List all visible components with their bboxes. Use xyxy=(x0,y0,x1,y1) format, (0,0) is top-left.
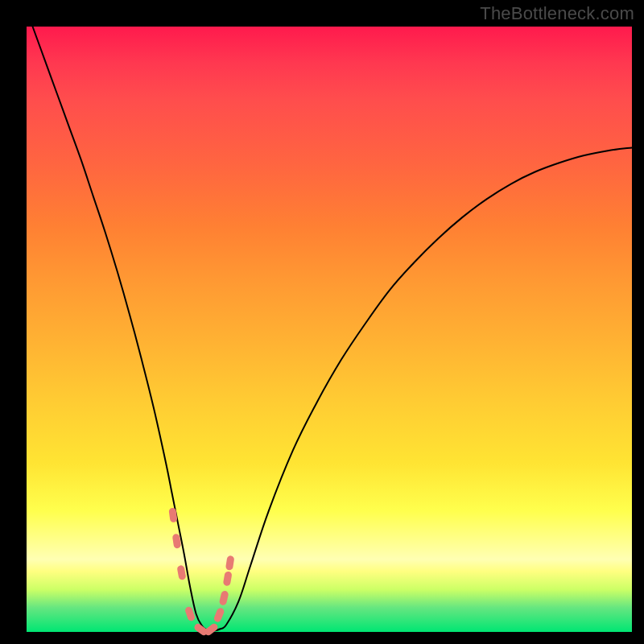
plot-area xyxy=(27,27,632,632)
curve-marker xyxy=(225,555,235,571)
curve-marker xyxy=(168,507,177,522)
curve-marker xyxy=(223,571,233,586)
curve-layer xyxy=(27,27,632,632)
bottleneck-curve xyxy=(33,27,632,631)
curve-marker xyxy=(176,565,186,580)
curve-marker xyxy=(219,590,229,606)
curve-marker xyxy=(213,607,225,623)
watermark-text: TheBottleneck.com xyxy=(480,3,634,24)
chart-container: TheBottleneck.com xyxy=(0,0,644,644)
